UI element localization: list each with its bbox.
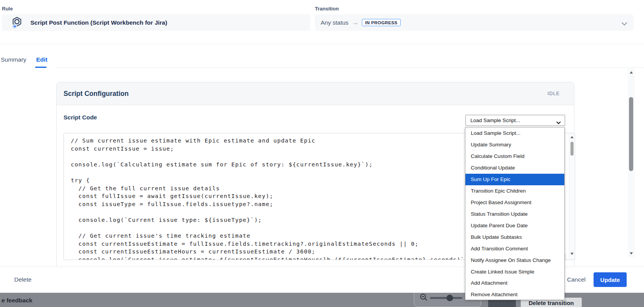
sample-script-select[interactable]: Load Sample Script... xyxy=(465,115,565,126)
update-button[interactable]: Update xyxy=(594,272,627,287)
dropdown-option[interactable]: Remove Attachment xyxy=(465,289,564,300)
zoom-out-icon[interactable] xyxy=(420,293,428,303)
cancel-button[interactable]: Cancel xyxy=(567,276,585,283)
dropdown-option[interactable]: Calculate Custom Field xyxy=(465,151,564,162)
dropdown-option[interactable]: Sum Up For Epic xyxy=(465,174,564,185)
card-header: Script Configuration IDLE xyxy=(57,82,574,105)
zoom-slider[interactable] xyxy=(430,297,462,299)
dropdown-option[interactable]: Load Sample Script... xyxy=(465,127,564,139)
main-scrollbar[interactable] xyxy=(628,69,635,257)
delete-button[interactable]: Delete xyxy=(14,276,32,283)
script-code-label: Script Code xyxy=(64,114,97,121)
dropdown-option[interactable]: Status Transition Update xyxy=(465,208,564,220)
dropdown-option[interactable]: Create Linked Issue Simple xyxy=(465,266,564,277)
tabs-divider xyxy=(55,67,644,68)
main-scroll-down-icon[interactable] xyxy=(630,252,633,255)
header-divider xyxy=(0,44,644,44)
dropdown-option[interactable]: Project Based Assignment xyxy=(465,197,564,208)
main-scroll-up-icon[interactable] xyxy=(630,71,633,74)
zoom-slider-thumb[interactable] xyxy=(447,295,453,301)
transition-select[interactable]: Any status → IN PROGRESS xyxy=(315,14,634,31)
select-chevron-icon xyxy=(556,119,561,126)
sample-script-dropdown: Load Sample Script...Update SummaryCalcu… xyxy=(465,127,565,300)
dropdown-option[interactable]: Update Parent Due Date xyxy=(465,220,564,231)
code-scrollbar[interactable] xyxy=(569,134,574,260)
code-text: // Sum current issue estimate with Epic … xyxy=(71,137,472,260)
dropdown-option[interactable]: Add Transition Comment xyxy=(465,243,564,254)
dropdown-option[interactable]: Update Summary xyxy=(465,139,564,151)
dropdown-option[interactable]: Notify Assignee On Status Change xyxy=(465,254,564,266)
code-scrollbar-thumb[interactable] xyxy=(570,142,574,156)
dropdown-option[interactable]: Add Attachment xyxy=(465,277,564,289)
sample-script-select-value: Load Sample Script... xyxy=(470,117,520,123)
give-feedback-link[interactable]: e feedback xyxy=(2,297,32,304)
script-workbench-icon xyxy=(11,17,23,29)
chevron-down-icon xyxy=(621,20,627,27)
tab-summary[interactable]: Summary xyxy=(1,56,26,63)
status-badge: IN PROGRESS xyxy=(362,19,400,26)
transition-from-status: Any status xyxy=(321,19,348,26)
rule-label: Rule xyxy=(2,6,13,12)
dropdown-option[interactable]: Transition Epic Children xyxy=(465,185,564,197)
scroll-down-icon[interactable] xyxy=(570,253,574,255)
main-scrollbar-thumb[interactable] xyxy=(629,97,633,171)
script-status-text: IDLE xyxy=(547,91,560,96)
transition-arrow-icon: → xyxy=(352,19,358,27)
scroll-up-icon[interactable] xyxy=(570,136,574,138)
tab-active-underline xyxy=(35,67,47,68)
dropdown-option[interactable]: Bulk Update Subtasks xyxy=(465,231,564,243)
card-title: Script Configuration xyxy=(64,90,129,98)
dropdown-option[interactable]: Conditional Update xyxy=(465,162,564,174)
rule-title: Script Post Function (Script Workbench f… xyxy=(30,19,167,26)
tab-edit[interactable]: Edit xyxy=(36,56,47,63)
rule-card[interactable]: Script Post Function (Script Workbench f… xyxy=(2,14,310,31)
screen: Rule Script Post Function (Script Workbe… xyxy=(0,0,644,307)
transition-label: Transition xyxy=(315,6,339,12)
